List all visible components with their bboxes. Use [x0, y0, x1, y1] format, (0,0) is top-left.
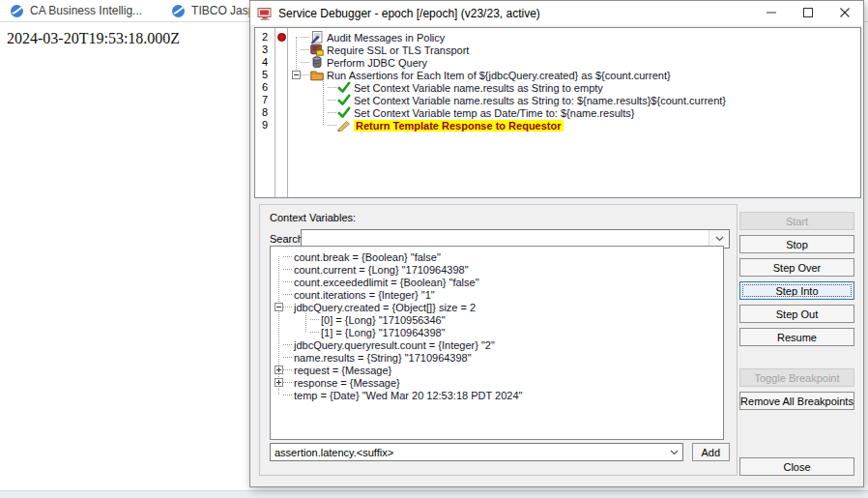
tree-connector-stub: [283, 344, 292, 345]
tree-connector-stub: [283, 369, 292, 370]
ssl-lock-icon: [310, 44, 324, 56]
breakpoint-gutter[interactable]: [275, 28, 288, 197]
start-button: Start: [739, 212, 854, 230]
tree-indent-spacer: [275, 278, 283, 286]
context-variables-label: Context Variables:: [270, 212, 356, 223]
tree-connector-stub: [328, 112, 336, 113]
line-number-gutter: 23456789: [255, 28, 275, 197]
tree-connector-stub: [310, 319, 319, 320]
line-number: 8: [255, 106, 275, 119]
context-variable-row[interactable]: [0] = {Long} "1710956346": [302, 313, 723, 326]
dialog-title: Service Debugger - epoch [/epoch] (v23/2…: [278, 7, 540, 20]
tree-connector-stub: [328, 87, 336, 88]
search-label: Search: [270, 233, 304, 245]
context-variable-label: count.exceededlimit = {Boolean} "false": [294, 277, 479, 288]
tree-connector-stub: [328, 100, 336, 101]
counter-variable-combo[interactable]: assertion.latency.<suffix>: [270, 443, 683, 461]
breakpoint-marker-cell[interactable]: [275, 31, 287, 44]
debugger-button-column: StartStopStep OverStep IntoStep OutResum…: [739, 1, 854, 488]
assertion-label: Require SSL or TLS Transport: [327, 44, 469, 56]
assertion-label: Run Assertions for Each Item of ${jdbcQu…: [327, 70, 671, 81]
context-variable-label: jdbcQuery.created = {Object[]} size = 2: [294, 302, 476, 313]
tree-connector-stub: [283, 395, 292, 395]
context-variable-row[interactable]: count.break = {Boolean} "false": [275, 250, 723, 263]
assertion-label: Set Context Variable temp as Date/Time t…: [354, 107, 634, 119]
line-number: 6: [255, 81, 275, 94]
tree-connector-stub: [283, 281, 292, 282]
tree-connector-stub: [310, 332, 319, 333]
context-variable-row[interactable]: name.results = {String} "1710964398": [275, 351, 723, 364]
service-debugger-dialog: Service Debugger - epoch [/epoch] (v23/2…: [249, 0, 864, 487]
tree-indent-spacer: [319, 108, 328, 117]
context-variable-row[interactable]: count.exceededlimit = {Boolean} "false": [275, 276, 723, 288]
breakpoint-empty-cell[interactable]: [275, 44, 287, 56]
breakpoint-empty-cell[interactable]: [275, 94, 287, 106]
tree-indent-spacer: [275, 252, 283, 261]
context-variable-label: [0] = {Long} "1710956346": [321, 314, 446, 326]
tree-indent-spacer: [275, 353, 283, 362]
step-into-button[interactable]: Step Into: [739, 281, 854, 300]
context-variable-label: count.break = {Boolean} "false": [294, 251, 441, 263]
expand-icon[interactable]: [275, 378, 283, 387]
tree-indent-spacer: [302, 315, 310, 324]
collapse-icon[interactable]: [292, 71, 301, 79]
context-variable-label: jdbcQuery.queryresult.count = {Integer} …: [294, 339, 495, 351]
favorites-item-label: CA Business Intellig...: [30, 4, 142, 17]
counter-variable-value: assertion.latency.<suffix>: [271, 447, 670, 458]
assertion-label: Perform JDBC Query: [327, 57, 427, 69]
check-icon: [337, 94, 351, 106]
breakpoint-empty-cell[interactable]: [275, 81, 287, 94]
remove-all-breakpoints-button[interactable]: Remove All Breakpoints: [739, 392, 854, 410]
breakpoint-empty-cell[interactable]: [275, 119, 287, 132]
favorites-item[interactable]: CA Business Intellig...: [10, 4, 142, 18]
context-variable-row[interactable]: jdbcQuery.created = {Object[]} size = 2: [275, 301, 723, 313]
assertion-label: Set Context Variable name.results as Str…: [354, 95, 726, 106]
breakpoint-marker[interactable]: [277, 33, 286, 42]
tree-connector-stub: [301, 49, 309, 50]
tree-indent-spacer: [319, 96, 328, 104]
context-variables-group: Context Variables: Search count.break = …: [259, 204, 738, 476]
context-variable-label: temp = {Date} "Wed Mar 20 12:53:18 PDT 2…: [294, 390, 522, 401]
breakpoint-empty-cell[interactable]: [275, 56, 287, 69]
context-variable-row[interactable]: request = {Message}: [275, 364, 723, 376]
line-number: 2: [255, 31, 275, 44]
page-timestamp: 2024-03-20T19:53:18.000Z: [7, 30, 180, 47]
context-variable-label: count.iterations = {Integer} "1": [294, 289, 435, 301]
tree-indent-spacer: [275, 265, 283, 274]
add-variable-button[interactable]: Add: [692, 443, 730, 461]
resume-button[interactable]: Resume: [739, 328, 854, 346]
assertion-label: Set Context Variable name.results as Str…: [354, 82, 603, 94]
context-variable-label: name.results = {String} "1710964398": [294, 352, 472, 364]
jdbc-icon: [310, 56, 324, 69]
breakpoint-empty-cell[interactable]: [275, 69, 287, 81]
collapse-icon[interactable]: [275, 303, 283, 311]
tree-connector-stub: [283, 294, 292, 295]
tree-indent-spacer: [275, 391, 283, 399]
context-variable-label: [1] = {Long} "1710964398": [321, 327, 446, 338]
context-variable-row[interactable]: count.current = {Long} "1710964398": [275, 263, 723, 276]
expand-icon[interactable]: [275, 366, 283, 374]
line-number: 9: [255, 119, 275, 132]
context-variable-row[interactable]: count.iterations = {Integer} "1": [275, 288, 723, 301]
context-variable-label: response = {Message}: [294, 377, 400, 389]
folder-icon: [310, 69, 324, 81]
tree-indent-spacer: [319, 83, 328, 92]
tree-indent-spacer: [292, 45, 301, 54]
check-icon: [337, 81, 351, 94]
step-over-button[interactable]: Step Over: [739, 258, 854, 277]
context-variable-label: count.current = {Long} "1710964398": [294, 264, 469, 276]
tree-connector-stub: [301, 62, 309, 63]
step-out-button[interactable]: Step Out: [739, 305, 854, 323]
context-variable-row[interactable]: temp = {Date} "Wed Mar 20 12:53:18 PDT 2…: [275, 389, 723, 401]
tree-connector-stub: [301, 37, 309, 38]
tree-indent-spacer: [292, 33, 301, 42]
context-variable-row[interactable]: response = {Message}: [275, 376, 723, 389]
context-variable-row[interactable]: jdbcQuery.queryresult.count = {Integer} …: [275, 338, 723, 351]
context-variable-row[interactable]: [1] = {Long} "1710964398": [302, 326, 723, 338]
tree-connector-stub: [283, 269, 292, 270]
assertion-label: Audit Messages in Policy: [327, 32, 445, 44]
variables-tree-panel: count.break = {Boolean} "false"count.cur…: [270, 246, 724, 440]
stop-button[interactable]: Stop: [739, 235, 854, 253]
close-button[interactable]: Close: [739, 457, 854, 476]
breakpoint-empty-cell[interactable]: [275, 106, 287, 119]
